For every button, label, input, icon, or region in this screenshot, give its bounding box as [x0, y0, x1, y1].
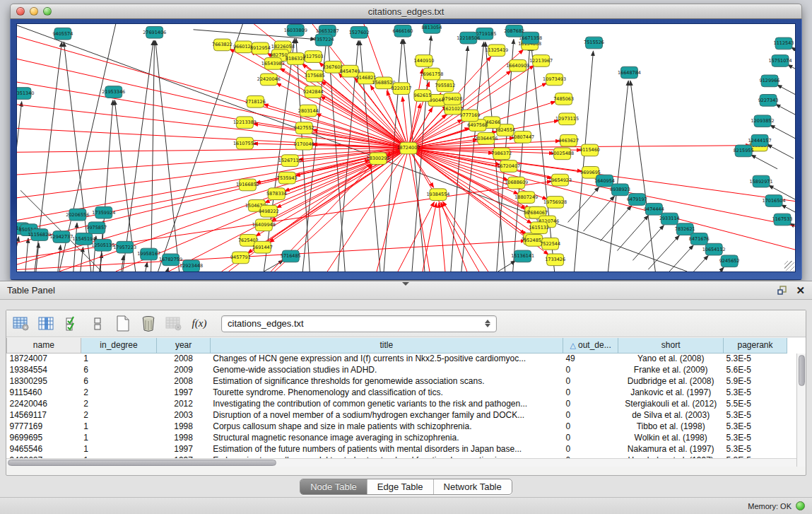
graph-node[interactable]: 16648784: [618, 66, 641, 78]
graph-node[interactable]: 8220317: [392, 83, 412, 95]
delete-table-icon[interactable]: [139, 315, 158, 333]
graph-node[interactable]: 9777169: [459, 110, 480, 122]
graph-node[interactable]: 2087682: [504, 25, 524, 37]
graph-node[interactable]: 2933114: [659, 213, 680, 225]
graph-node[interactable]: 19166852: [236, 179, 259, 191]
graph-node[interactable]: 11325419: [485, 45, 508, 57]
table-row[interactable]: 969969511998Structural magnetic resonanc…: [7, 432, 787, 443]
graph-node[interactable]: 27691406: [143, 26, 166, 38]
graph-node[interactable]: 1615132: [529, 222, 549, 234]
column-header-name[interactable]: name: [7, 338, 81, 353]
horizontal-scrollbar[interactable]: [6, 458, 796, 467]
import-table-icon-disabled[interactable]: [165, 315, 183, 333]
tab-network-table[interactable]: Network Table: [434, 479, 512, 494]
graph-node[interactable]: 2803144: [298, 105, 319, 117]
horizontal-scrollbar-thumb[interactable]: [8, 460, 276, 466]
graph-node[interactable]: 12505135: [91, 239, 114, 251]
graph-node[interactable]: 7955812: [435, 80, 455, 92]
window-titlebar[interactable]: citations_edges.txt: [10, 4, 802, 19]
graph-node[interactable]: 16640909: [506, 59, 529, 71]
table-row[interactable]: 946554611997Estimation of the future num…: [7, 443, 787, 455]
graph-node[interactable]: 5878334: [266, 188, 287, 200]
function-builder-icon[interactable]: f(x): [190, 315, 208, 333]
table-row[interactable]: 911546021997Tourette syndrome. Phenomeno…: [7, 387, 787, 398]
vertical-scrollbar-thumb[interactable]: [799, 355, 805, 386]
graph-node[interactable]: 19654923: [548, 174, 572, 186]
full-details-icon[interactable]: [88, 315, 107, 333]
column-visibility-icon[interactable]: [37, 315, 56, 333]
graph-node[interactable]: 7357224: [314, 34, 334, 46]
graph-node[interactable]: 16720407: [497, 160, 520, 173]
graph-node[interactable]: 7485063: [553, 93, 574, 105]
graph-node[interactable]: 6479197: [627, 194, 647, 206]
graph-node[interactable]: 20206556: [66, 209, 89, 221]
graph-node[interactable]: 10654112: [702, 243, 726, 255]
graph-node[interactable]: 9975857: [86, 222, 107, 234]
graph-node[interactable]: 8912954: [250, 42, 271, 54]
graph-node[interactable]: 1112543: [774, 37, 794, 49]
graph-node[interactable]: 15136141: [511, 250, 534, 262]
table-row[interactable]: 1872400712008Changes of HCN gene express…: [7, 353, 787, 364]
graph-node[interactable]: 9170046: [294, 138, 314, 150]
float-panel-icon[interactable]: [777, 286, 787, 295]
graph-node[interactable]: 962615: [414, 90, 432, 102]
graph-node[interactable]: 9474444: [644, 203, 664, 215]
graph-node[interactable]: 6466160: [393, 25, 413, 37]
graph-node[interactable]: 12444157: [748, 134, 772, 146]
graph-node[interactable]: 9463627: [558, 134, 579, 146]
table-settings-icon[interactable]: [12, 315, 30, 333]
window-resize-grip[interactable]: [784, 261, 794, 271]
graph-node[interactable]: 9457791: [230, 252, 251, 264]
column-header-year[interactable]: year: [157, 338, 210, 353]
column-header-pagerank[interactable]: pagerank: [723, 338, 787, 353]
table-row[interactable]: 1456911722003Disruption of a novel membe…: [7, 409, 787, 421]
graph-node[interactable]: 7522544: [540, 238, 560, 250]
graph-node[interactable]: 10973493: [543, 74, 566, 86]
tab-node-table[interactable]: Node Table: [300, 479, 367, 494]
graph-node[interactable]: 10025488: [551, 148, 574, 160]
graph-node[interactable]: 1440910: [414, 55, 435, 67]
graph-node[interactable]: 9242844: [303, 86, 324, 98]
graph-node[interactable]: 21953346: [102, 86, 125, 98]
graph-node[interactable]: 12218506: [457, 32, 480, 44]
graph-node[interactable]: 10688609: [505, 177, 528, 189]
graph-node[interactable]: 12213383: [233, 117, 257, 129]
graph-node[interactable]: 20351340: [17, 88, 34, 100]
graph-node[interactable]: 19958167: [137, 248, 160, 260]
graph-node[interactable]: 20364456: [474, 132, 498, 144]
graph-node[interactable]: 9405574: [52, 28, 73, 40]
graph-node[interactable]: 12942737: [49, 231, 73, 243]
graph-node[interactable]: 9794028: [442, 93, 462, 105]
graph-node[interactable]: 8471676: [689, 233, 710, 245]
close-panel-icon[interactable]: ✕: [796, 285, 805, 296]
graph-node[interactable]: 12923448: [180, 260, 203, 271]
graph-node[interactable]: 7986372: [491, 148, 512, 160]
graph-node[interactable]: 17016504: [763, 195, 786, 207]
graph-node[interactable]: 9427552: [294, 122, 314, 134]
graph-node[interactable]: 16409948: [252, 219, 276, 231]
graph-node[interactable]: 1733426: [545, 254, 565, 266]
graph-node[interactable]: 1640954: [594, 175, 615, 187]
graph-node[interactable]: 16033809: [284, 24, 307, 36]
graph-node[interactable]: 5716485: [281, 250, 301, 262]
column-header-title[interactable]: title: [210, 338, 563, 353]
graph-node[interactable]: 12213967: [529, 55, 553, 67]
graph-node[interactable]: 7663822: [212, 39, 233, 51]
column-header-in-degree[interactable]: in_degree: [81, 338, 157, 353]
graph-node[interactable]: 15892971: [750, 175, 773, 187]
column-header-short[interactable]: short: [618, 338, 724, 353]
table-row[interactable]: 1830029562008Estimation of significance …: [7, 375, 787, 387]
graph-node[interactable]: 8938923: [610, 184, 630, 196]
graph-node[interactable]: 16961758: [420, 68, 443, 80]
network-canvas[interactable]: 1872400776638229660128891295418226058982…: [17, 24, 795, 271]
graph-node[interactable]: 16107552: [233, 137, 257, 149]
graph-node[interactable]: 7515526: [584, 37, 604, 49]
table-row[interactable]: 1938455462009Genome-wide association stu…: [7, 364, 787, 375]
graph-node[interactable]: 1527602: [349, 26, 370, 38]
graph-node[interactable]: 11156829: [28, 229, 51, 241]
graph-node[interactable]: 2718126: [245, 95, 266, 107]
graph-node[interactable]: 15267110: [278, 155, 302, 167]
table-row[interactable]: 2242004622012Investigating the contribut…: [7, 398, 787, 409]
graph-node[interactable]: 18724007: [397, 142, 420, 154]
graph-node[interactable]: 18300295: [367, 153, 390, 165]
